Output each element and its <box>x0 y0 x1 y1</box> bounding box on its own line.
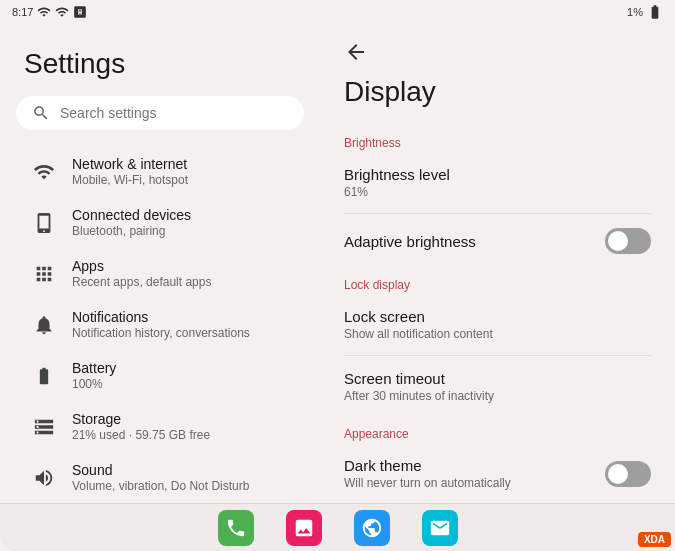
search-bar[interactable] <box>16 96 304 130</box>
lock-screen-item[interactable]: Lock screen Show all notification conten… <box>344 296 651 353</box>
main-layout: Settings Network & internet Mobile, Wi-F… <box>0 24 675 551</box>
signal-icon <box>37 5 51 19</box>
dark-theme-item[interactable]: Dark theme Will never turn on automatica… <box>344 445 651 502</box>
apps-subtitle: Recent apps, default apps <box>72 275 288 289</box>
status-bar: 8:17 1% <box>0 0 675 24</box>
divider-1 <box>344 213 651 214</box>
adaptive-brightness-toggle[interactable] <box>605 228 651 254</box>
status-bar-right: 1% <box>627 4 663 20</box>
nfc-icon <box>73 5 87 19</box>
brightness-level-item[interactable]: Brightness level 61% <box>344 154 651 211</box>
wifi-icon <box>55 5 69 19</box>
network-text: Network & internet Mobile, Wi-Fi, hotspo… <box>72 156 288 187</box>
back-button[interactable] <box>344 24 368 72</box>
sound-icon <box>32 466 56 490</box>
network-subtitle: Mobile, Wi-Fi, hotspot <box>72 173 288 187</box>
display-panel: Display Brightness Brightness level 61% … <box>320 24 675 551</box>
devices-icon <box>32 211 56 235</box>
browser-app-icon[interactable] <box>354 510 390 546</box>
sound-title: Sound <box>72 462 288 478</box>
dark-theme-subtitle: Will never turn on automatically <box>344 476 605 490</box>
storage-icon <box>32 415 56 439</box>
apps-icon <box>32 262 56 286</box>
dark-theme-text: Dark theme Will never turn on automatica… <box>344 457 605 490</box>
battery-percent: 1% <box>627 6 643 18</box>
lock-screen-subtitle: Show all notification content <box>344 327 651 341</box>
apps-title: Apps <box>72 258 288 274</box>
photos-app-icon[interactable] <box>286 510 322 546</box>
taskbar: XDA <box>0 503 675 551</box>
notifications-icon <box>32 313 56 337</box>
lock-screen-text: Lock screen Show all notification conten… <box>344 308 651 341</box>
screen-timeout-title: Screen timeout <box>344 370 651 387</box>
sound-subtitle: Volume, vibration, Do Not Disturb <box>72 479 288 493</box>
battery-settings-icon <box>32 364 56 388</box>
storage-subtitle: 21% used · 59.75 GB free <box>72 428 288 442</box>
devices-subtitle: Bluetooth, pairing <box>72 224 288 238</box>
search-icon <box>32 104 50 122</box>
sidebar-item-sound[interactable]: Sound Volume, vibration, Do Not Disturb <box>8 452 312 503</box>
lock-screen-title: Lock screen <box>344 308 651 325</box>
display-panel-title: Display <box>344 72 651 124</box>
adaptive-brightness-title: Adaptive brightness <box>344 233 605 250</box>
phone-app-icon[interactable] <box>218 510 254 546</box>
brightness-level-title: Brightness level <box>344 166 651 183</box>
brightness-level-text: Brightness level 61% <box>344 166 651 199</box>
sidebar-item-devices[interactable]: Connected devices Bluetooth, pairing <box>8 197 312 248</box>
wifi-icon <box>32 160 56 184</box>
devices-text: Connected devices Bluetooth, pairing <box>72 207 288 238</box>
adaptive-brightness-text: Adaptive brightness <box>344 233 605 250</box>
brightness-level-subtitle: 61% <box>344 185 651 199</box>
sidebar-item-apps[interactable]: Apps Recent apps, default apps <box>8 248 312 299</box>
settings-title: Settings <box>0 40 320 96</box>
battery-text: Battery 100% <box>72 360 288 391</box>
network-title: Network & internet <box>72 156 288 172</box>
sidebar-item-battery[interactable]: Battery 100% <box>8 350 312 401</box>
sidebar-item-notifications[interactable]: Notifications Notification history, conv… <box>8 299 312 350</box>
time-display: 8:17 <box>12 6 33 18</box>
battery-title: Battery <box>72 360 288 376</box>
sound-text: Sound Volume, vibration, Do Not Disturb <box>72 462 288 493</box>
dark-theme-toggle[interactable] <box>605 461 651 487</box>
storage-text: Storage 21% used · 59.75 GB free <box>72 411 288 442</box>
divider-2 <box>344 355 651 356</box>
storage-title: Storage <box>72 411 288 427</box>
devices-title: Connected devices <box>72 207 288 223</box>
notifications-text: Notifications Notification history, conv… <box>72 309 288 340</box>
battery-icon <box>647 4 663 20</box>
sidebar-item-network[interactable]: Network & internet Mobile, Wi-Fi, hotspo… <box>8 146 312 197</box>
apps-text: Apps Recent apps, default apps <box>72 258 288 289</box>
lock-display-section-label: Lock display <box>344 266 651 296</box>
battery-subtitle: 100% <box>72 377 288 391</box>
dark-theme-title: Dark theme <box>344 457 605 474</box>
notifications-subtitle: Notification history, conversations <box>72 326 288 340</box>
status-bar-left: 8:17 <box>12 5 87 19</box>
xda-badge: XDA <box>638 532 671 547</box>
sidebar-item-storage[interactable]: Storage 21% used · 59.75 GB free <box>8 401 312 452</box>
screen-timeout-text: Screen timeout After 30 minutes of inact… <box>344 370 651 403</box>
settings-panel: Settings Network & internet Mobile, Wi-F… <box>0 24 320 551</box>
mail-app-icon[interactable] <box>422 510 458 546</box>
search-input[interactable] <box>60 105 288 121</box>
screen-timeout-item[interactable]: Screen timeout After 30 minutes of inact… <box>344 358 651 415</box>
adaptive-brightness-item[interactable]: Adaptive brightness <box>344 216 651 266</box>
appearance-section-label: Appearance <box>344 415 651 445</box>
brightness-section-label: Brightness <box>344 124 651 154</box>
notifications-title: Notifications <box>72 309 288 325</box>
screen-timeout-subtitle: After 30 minutes of inactivity <box>344 389 651 403</box>
